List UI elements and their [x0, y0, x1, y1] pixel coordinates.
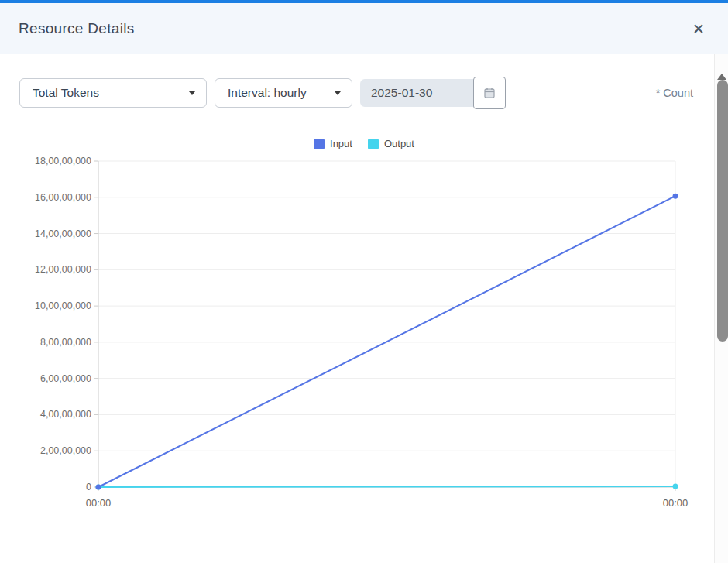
x-axis-label: 00:00: [75, 497, 122, 509]
close-button[interactable]: ✕: [688, 19, 709, 39]
y-axis-label: 12,00,00,000: [6, 263, 91, 276]
calendar-icon: [483, 87, 496, 99]
y-axis-label: 4,00,00,000: [6, 408, 91, 421]
y-axis-label: 16,00,00,000: [6, 191, 91, 204]
calendar-button[interactable]: [473, 77, 506, 109]
input-data-point: [673, 194, 678, 199]
input-data-point: [96, 485, 101, 490]
scrollbar-thumb[interactable]: [717, 80, 728, 342]
y-axis-label: 6,00,00,000: [6, 372, 91, 385]
x-axis-label: 00:00: [652, 497, 699, 509]
y-axis-label: 18,00,00,000: [6, 155, 91, 167]
y-axis-label: 10,00,00,000: [6, 300, 91, 312]
scroll-up-arrow-icon: [717, 62, 726, 80]
y-axis-label: 8,00,00,000: [6, 336, 91, 348]
dialog-header: Resource Details ✕: [0, 3, 728, 54]
y-axis-label: 0: [6, 481, 91, 493]
y-axis-label: 14,00,00,000: [6, 228, 91, 240]
chevron-down-icon: [189, 91, 195, 95]
chart-plot-area: [0, 132, 728, 527]
count-unit-label: * Count: [656, 87, 693, 99]
output-line-series: [98, 486, 675, 487]
interval-select[interactable]: Interval: hourly: [215, 78, 352, 108]
scrollbar-track[interactable]: [714, 54, 728, 563]
chevron-down-icon: [335, 91, 341, 95]
input-line-series: [98, 196, 675, 487]
date-input[interactable]: [360, 79, 475, 107]
interval-select-value: Interval: hourly: [228, 86, 307, 100]
y-axis-label: 2,00,00,000: [6, 445, 91, 457]
toolbar: Total Tokens Interval: hourly * Count: [19, 77, 693, 109]
chart: InputOutput 02,00,00,0004,00,00,0006,00,…: [0, 132, 728, 527]
output-data-point: [673, 484, 678, 489]
scrollbar-up-button[interactable]: [716, 62, 727, 71]
metric-select-value: Total Tokens: [33, 86, 99, 100]
dialog-title: Resource Details: [19, 20, 134, 37]
date-picker-group: [360, 77, 506, 109]
metric-select[interactable]: Total Tokens: [19, 78, 207, 108]
close-icon: ✕: [692, 21, 705, 37]
